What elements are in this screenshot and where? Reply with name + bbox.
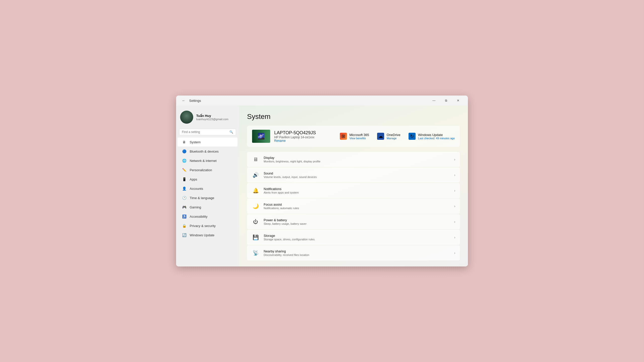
setting-desc-nearby: Discoverability, received files location — [264, 253, 450, 256]
sidebar-item-bluetooth[interactable]: 🔵 Bluetooth & devices — [178, 147, 237, 156]
banner-link-microsoft365[interactable]: ⊞ Microsoft 365 View benefits — [340, 133, 369, 140]
banner-text-microsoft365: Microsoft 365 View benefits — [349, 133, 369, 140]
sidebar-item-network[interactable]: 🌐 Network & internet — [178, 156, 237, 165]
banner-link-windows_update[interactable]: ↻ Windows Update Last checked: 49 minute… — [409, 133, 455, 140]
user-info: Tuấn Huy tuanhuynt123@gmail.com — [196, 114, 228, 121]
sidebar-item-personalization[interactable]: ✏️ Personalization — [178, 165, 237, 174]
avatar — [180, 111, 193, 124]
banner-sub-windows_update[interactable]: Last checked: 49 minutes ago — [418, 137, 455, 140]
sidebar-item-accounts[interactable]: 👤 Accounts — [178, 184, 237, 193]
nav-label-accounts: Accounts — [190, 187, 203, 191]
nav-icon-bluetooth: 🔵 — [182, 149, 187, 154]
chevron-icon-focus: › — [454, 204, 455, 208]
minimize-button[interactable]: — — [428, 97, 440, 105]
chevron-icon-storage: › — [454, 235, 455, 239]
banner-icon-windows_update: ↻ — [409, 133, 416, 140]
nav-icon-time: 🕐 — [182, 195, 187, 200]
setting-title-focus: Focus assist — [264, 203, 450, 206]
window-controls: — ⧉ ✕ — [428, 97, 464, 105]
nav-label-time: Time & language — [190, 196, 214, 200]
banner-sub-onedrive[interactable]: Manage — [387, 137, 400, 140]
search-box[interactable]: 🔍 — [179, 129, 236, 135]
user-email: tuanhuynt123@gmail.com — [196, 118, 228, 121]
setting-icon-display: 🖥 — [252, 155, 260, 163]
banner-name-onedrive: OneDrive — [387, 133, 400, 137]
banner-text-onedrive: OneDrive Manage — [387, 133, 400, 140]
search-input[interactable] — [182, 130, 228, 134]
setting-desc-display: Monitors, brightness, night light, displ… — [264, 160, 450, 163]
setting-text-notifications: Notifications Alerts from apps and syste… — [264, 187, 450, 194]
setting-title-sound: Sound — [264, 171, 450, 175]
back-button[interactable]: ← — [180, 97, 187, 104]
nav-icon-apps: 📱 — [182, 177, 187, 182]
sidebar-item-privacy[interactable]: 🔒 Privacy & security — [178, 221, 237, 230]
sidebar: Tuấn Huy tuanhuynt123@gmail.com 🔍 🖥 Syst… — [176, 106, 239, 266]
nav-icon-privacy: 🔒 — [182, 223, 187, 228]
restore-button[interactable]: ⧉ — [440, 97, 452, 105]
banner-name-microsoft365: Microsoft 365 — [349, 133, 369, 137]
sidebar-item-time[interactable]: 🕐 Time & language — [178, 193, 237, 202]
setting-text-sound: Sound Volume levels, output, input, soun… — [264, 171, 450, 178]
user-section: Tuấn Huy tuanhuynt123@gmail.com — [176, 108, 239, 128]
setting-icon-nearby: 📡 — [252, 249, 260, 257]
setting-title-display: Display — [264, 156, 450, 160]
sidebar-item-gaming[interactable]: 🎮 Gaming — [178, 203, 237, 212]
nav-icon-accounts: 👤 — [182, 186, 187, 191]
setting-text-power: Power & battery Sleep, battery usage, ba… — [264, 218, 450, 225]
setting-title-nearby: Nearby sharing — [264, 249, 450, 253]
nav-label-bluetooth: Bluetooth & devices — [190, 150, 219, 153]
setting-icon-sound: 🔊 — [252, 171, 260, 179]
setting-item-storage[interactable]: 💾 Storage Storage space, drives, configu… — [247, 230, 460, 245]
setting-icon-power: ⏻ — [252, 218, 260, 226]
close-button[interactable]: ✕ — [452, 97, 464, 105]
banner-icon-onedrive: ☁ — [377, 133, 384, 140]
setting-icon-notifications: 🔔 — [252, 187, 260, 195]
window-title: Settings — [189, 99, 201, 103]
nav-icon-network: 🌐 — [182, 158, 187, 163]
sidebar-item-apps[interactable]: 📱 Apps — [178, 175, 237, 184]
banner-link-onedrive[interactable]: ☁ OneDrive Manage — [377, 133, 400, 140]
chevron-icon-display: › — [454, 157, 455, 161]
setting-item-nearby[interactable]: 📡 Nearby sharing Discoverability, receiv… — [247, 245, 460, 260]
setting-title-power: Power & battery — [264, 218, 450, 222]
banner-icon-microsoft365: ⊞ — [340, 133, 347, 140]
setting-item-sound[interactable]: 🔊 Sound Volume levels, output, input, so… — [247, 167, 460, 183]
setting-desc-focus: Notifications, automatic rules — [264, 207, 450, 210]
nav-label-gaming: Gaming — [190, 205, 201, 209]
nav-label-personalization: Personalization — [190, 168, 212, 172]
banner-name-windows_update: Windows Update — [418, 133, 455, 137]
nav-icon-personalization: ✏️ — [182, 167, 187, 172]
nav-icon-system: 🖥 — [182, 140, 187, 145]
setting-title-notifications: Notifications — [264, 187, 450, 191]
sidebar-item-accessibility[interactable]: ♿ Accessibility — [178, 212, 237, 221]
setting-desc-notifications: Alerts from apps and system — [264, 191, 450, 194]
banner-links: ⊞ Microsoft 365 View benefits ☁ OneDrive… — [340, 133, 455, 140]
user-name: Tuấn Huy — [196, 114, 228, 118]
setting-item-notifications[interactable]: 🔔 Notifications Alerts from apps and sys… — [247, 183, 460, 198]
rename-link[interactable]: Rename — [274, 139, 336, 143]
device-image — [252, 130, 270, 143]
nav-label-accessibility: Accessibility — [190, 215, 208, 218]
setting-desc-power: Sleep, battery usage, battery saver — [264, 222, 450, 225]
setting-text-storage: Storage Storage space, drives, configura… — [264, 234, 450, 241]
nav-label-update: Windows Update — [190, 233, 214, 237]
content-area: Tuấn Huy tuanhuynt123@gmail.com 🔍 🖥 Syst… — [176, 106, 468, 266]
setting-desc-sound: Volume levels, output, input, sound devi… — [264, 175, 450, 178]
title-bar: ← Settings — ⧉ ✕ — [176, 96, 468, 106]
setting-item-display[interactable]: 🖥 Display Monitors, brightness, night li… — [247, 152, 460, 167]
setting-item-focus[interactable]: 🌙 Focus assist Notifications, automatic … — [247, 199, 460, 214]
setting-title-storage: Storage — [264, 234, 450, 238]
nav-icon-gaming: 🎮 — [182, 205, 187, 210]
setting-item-power[interactable]: ⏻ Power & battery Sleep, battery usage, … — [247, 214, 460, 229]
chevron-icon-power: › — [454, 220, 455, 224]
sidebar-item-system[interactable]: 🖥 System — [178, 138, 237, 147]
avatar-image — [180, 111, 193, 124]
banner-text-windows_update: Windows Update Last checked: 49 minutes … — [418, 133, 455, 140]
banner-sub-microsoft365[interactable]: View benefits — [349, 137, 369, 140]
title-bar-left: ← Settings — [180, 97, 201, 104]
device-name: LAPTOP-5QO429JS — [274, 130, 336, 135]
chevron-icon-nearby: › — [454, 251, 455, 255]
sidebar-item-update[interactable]: 🔄 Windows Update — [178, 231, 237, 240]
device-banner: LAPTOP-5QO429JS HP Pavilion Laptop 14-ce… — [247, 126, 460, 147]
nav-icon-update: 🔄 — [182, 233, 187, 238]
